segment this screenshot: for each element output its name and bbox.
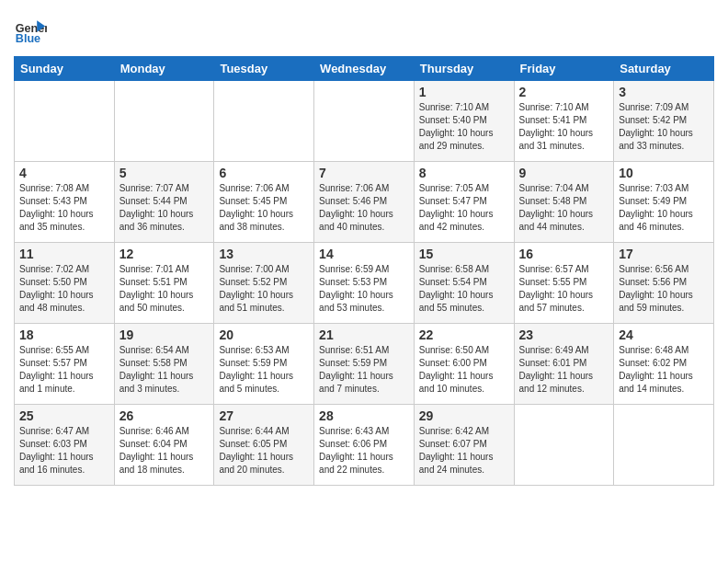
day-number: 20 [219, 327, 309, 342]
day-number: 17 [619, 247, 709, 261]
day-number: 16 [519, 247, 609, 261]
calendar-cell: 20Sunrise: 6:53 AMSunset: 5:59 PMDayligh… [214, 324, 314, 405]
weekday-header-tuesday: Tuesday [214, 57, 314, 81]
day-number: 23 [519, 327, 609, 342]
calendar-cell: 8Sunrise: 7:05 AMSunset: 5:47 PMDaylight… [414, 162, 514, 243]
day-info: Sunrise: 6:57 AMSunset: 5:55 PMDaylight:… [519, 263, 609, 315]
day-info: Sunrise: 7:04 AMSunset: 5:48 PMDaylight:… [519, 182, 609, 234]
day-number: 15 [419, 247, 509, 261]
day-number: 6 [219, 166, 309, 180]
calendar-cell [15, 81, 115, 162]
calendar-cell: 5Sunrise: 7:07 AMSunset: 5:44 PMDaylight… [114, 162, 214, 243]
weekday-header-monday: Monday [114, 57, 214, 81]
day-number: 1 [419, 85, 509, 99]
calendar-cell: 18Sunrise: 6:55 AMSunset: 5:57 PMDayligh… [15, 324, 115, 405]
weekday-header-saturday: Saturday [614, 57, 714, 81]
calendar-cell: 10Sunrise: 7:03 AMSunset: 5:49 PMDayligh… [614, 162, 714, 243]
calendar-cell: 4Sunrise: 7:08 AMSunset: 5:43 PMDaylight… [15, 162, 115, 243]
calendar-cell: 27Sunrise: 6:44 AMSunset: 6:05 PMDayligh… [214, 405, 314, 486]
day-info: Sunrise: 7:05 AMSunset: 5:47 PMDaylight:… [419, 182, 509, 234]
day-number: 21 [319, 327, 409, 342]
day-info: Sunrise: 6:48 AMSunset: 6:02 PMDaylight:… [619, 344, 709, 396]
calendar-cell: 25Sunrise: 6:47 AMSunset: 6:03 PMDayligh… [15, 405, 115, 486]
day-number: 19 [119, 327, 210, 342]
day-number: 18 [19, 327, 109, 342]
day-info: Sunrise: 7:00 AMSunset: 5:52 PMDaylight:… [219, 263, 309, 315]
calendar-cell: 1Sunrise: 7:10 AMSunset: 5:40 PMDaylight… [414, 81, 514, 162]
day-number: 8 [419, 166, 509, 180]
day-number: 26 [119, 408, 210, 423]
day-info: Sunrise: 6:42 AMSunset: 6:07 PMDaylight:… [419, 425, 509, 477]
calendar-cell: 3Sunrise: 7:09 AMSunset: 5:42 PMDaylight… [614, 81, 714, 162]
day-number: 7 [319, 166, 409, 180]
calendar-cell: 13Sunrise: 7:00 AMSunset: 5:52 PMDayligh… [214, 243, 314, 324]
day-number: 4 [19, 166, 109, 180]
calendar-cell: 23Sunrise: 6:49 AMSunset: 6:01 PMDayligh… [514, 324, 614, 405]
calendar-cell: 19Sunrise: 6:54 AMSunset: 5:58 PMDayligh… [114, 324, 214, 405]
day-number: 25 [19, 408, 109, 423]
day-info: Sunrise: 7:06 AMSunset: 5:46 PMDaylight:… [319, 182, 409, 234]
calendar-cell: 16Sunrise: 6:57 AMSunset: 5:55 PMDayligh… [514, 243, 614, 324]
calendar-cell: 9Sunrise: 7:04 AMSunset: 5:48 PMDaylight… [514, 162, 614, 243]
logo: General Blue [14, 14, 49, 47]
calendar-cell: 14Sunrise: 6:59 AMSunset: 5:53 PMDayligh… [314, 243, 415, 324]
day-info: Sunrise: 7:09 AMSunset: 5:42 PMDaylight:… [619, 101, 709, 153]
day-info: Sunrise: 6:51 AMSunset: 5:59 PMDaylight:… [319, 344, 409, 396]
weekday-header-sunday: Sunday [15, 57, 115, 81]
day-number: 13 [219, 247, 309, 261]
day-info: Sunrise: 6:44 AMSunset: 6:05 PMDaylight:… [219, 425, 309, 477]
weekday-header-friday: Friday [514, 57, 614, 81]
day-info: Sunrise: 6:50 AMSunset: 6:00 PMDaylight:… [419, 344, 509, 396]
calendar-cell: 21Sunrise: 6:51 AMSunset: 5:59 PMDayligh… [314, 324, 415, 405]
calendar-cell: 26Sunrise: 6:46 AMSunset: 6:04 PMDayligh… [114, 405, 214, 486]
calendar-cell: 28Sunrise: 6:43 AMSunset: 6:06 PMDayligh… [314, 405, 415, 486]
day-info: Sunrise: 6:58 AMSunset: 5:54 PMDaylight:… [419, 263, 509, 315]
day-info: Sunrise: 6:56 AMSunset: 5:56 PMDaylight:… [619, 263, 709, 315]
day-number: 29 [419, 408, 509, 423]
weekday-header-wednesday: Wednesday [314, 57, 415, 81]
calendar-table: SundayMondayTuesdayWednesdayThursdayFrid… [14, 56, 714, 486]
calendar-cell: 29Sunrise: 6:42 AMSunset: 6:07 PMDayligh… [414, 405, 514, 486]
day-number: 9 [519, 166, 609, 180]
day-info: Sunrise: 6:55 AMSunset: 5:57 PMDaylight:… [19, 344, 109, 396]
calendar-cell [514, 405, 614, 486]
day-number: 24 [619, 327, 709, 342]
day-info: Sunrise: 7:10 AMSunset: 5:41 PMDaylight:… [519, 101, 609, 153]
calendar-cell: 6Sunrise: 7:06 AMSunset: 5:45 PMDaylight… [214, 162, 314, 243]
calendar-cell: 7Sunrise: 7:06 AMSunset: 5:46 PMDaylight… [314, 162, 415, 243]
calendar-cell [214, 81, 314, 162]
calendar-cell: 15Sunrise: 6:58 AMSunset: 5:54 PMDayligh… [414, 243, 514, 324]
logo-icon: General Blue [14, 14, 47, 47]
day-number: 14 [319, 247, 409, 261]
day-number: 3 [619, 85, 709, 99]
calendar-cell [114, 81, 214, 162]
day-number: 11 [19, 247, 109, 261]
day-info: Sunrise: 6:43 AMSunset: 6:06 PMDaylight:… [319, 425, 409, 477]
page-header: General Blue [14, 14, 714, 47]
calendar-cell: 11Sunrise: 7:02 AMSunset: 5:50 PMDayligh… [15, 243, 115, 324]
day-info: Sunrise: 6:49 AMSunset: 6:01 PMDaylight:… [519, 344, 609, 396]
day-info: Sunrise: 7:06 AMSunset: 5:45 PMDaylight:… [219, 182, 309, 234]
day-info: Sunrise: 6:59 AMSunset: 5:53 PMDaylight:… [319, 263, 409, 315]
day-number: 2 [519, 85, 609, 99]
calendar-cell: 24Sunrise: 6:48 AMSunset: 6:02 PMDayligh… [614, 324, 714, 405]
day-number: 22 [419, 327, 509, 342]
calendar-cell [314, 81, 415, 162]
calendar-cell: 12Sunrise: 7:01 AMSunset: 5:51 PMDayligh… [114, 243, 214, 324]
calendar-cell: 17Sunrise: 6:56 AMSunset: 5:56 PMDayligh… [614, 243, 714, 324]
day-number: 12 [119, 247, 210, 261]
calendar-cell: 22Sunrise: 6:50 AMSunset: 6:00 PMDayligh… [414, 324, 514, 405]
day-info: Sunrise: 7:02 AMSunset: 5:50 PMDaylight:… [19, 263, 109, 315]
svg-text:Blue: Blue [16, 32, 40, 45]
day-info: Sunrise: 7:08 AMSunset: 5:43 PMDaylight:… [19, 182, 109, 234]
day-info: Sunrise: 6:53 AMSunset: 5:59 PMDaylight:… [219, 344, 309, 396]
day-info: Sunrise: 7:01 AMSunset: 5:51 PMDaylight:… [119, 263, 210, 315]
day-info: Sunrise: 7:07 AMSunset: 5:44 PMDaylight:… [119, 182, 210, 234]
calendar-cell: 2Sunrise: 7:10 AMSunset: 5:41 PMDaylight… [514, 81, 614, 162]
day-info: Sunrise: 6:46 AMSunset: 6:04 PMDaylight:… [119, 425, 210, 477]
day-info: Sunrise: 6:54 AMSunset: 5:58 PMDaylight:… [119, 344, 210, 396]
calendar-cell [614, 405, 714, 486]
day-number: 5 [119, 166, 210, 180]
weekday-header-thursday: Thursday [414, 57, 514, 81]
day-info: Sunrise: 7:10 AMSunset: 5:40 PMDaylight:… [419, 101, 509, 153]
